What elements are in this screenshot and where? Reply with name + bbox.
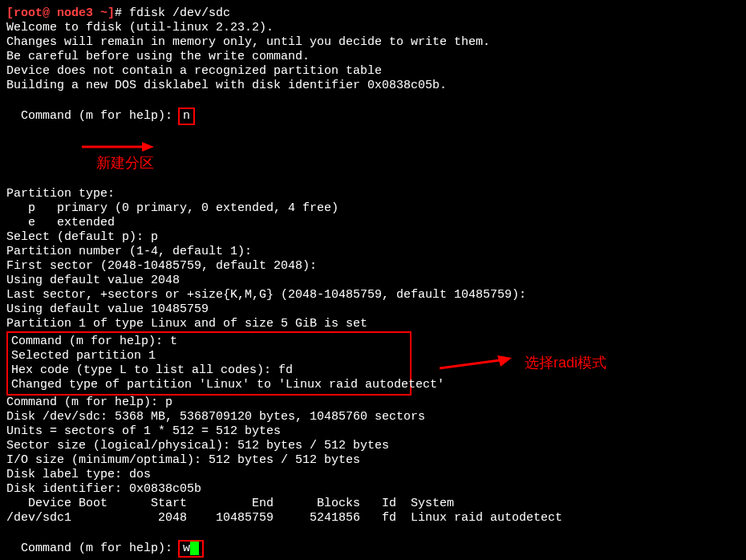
type-change-box: Command (m for help): t Selected partiti… [6, 331, 412, 396]
prompt-hash: # [115, 6, 129, 20]
welcome-line: Welcome to fdisk (util-linux 2.23.2). [6, 21, 740, 35]
cmd-prompt: Command (m for help): [21, 542, 180, 555]
anno-raid-block: 选择radi模式 [440, 354, 606, 373]
svg-marker-1 [142, 142, 154, 152]
svg-line-2 [440, 360, 500, 368]
input-w: w [183, 542, 190, 555]
select-default-line: Select (default p): p [6, 230, 740, 245]
prompt-tilde: ~ [93, 6, 107, 20]
default2048-line: Using default value 2048 [6, 274, 740, 288]
hexcode-line: Hex code (type L to list all codes): fd [11, 363, 407, 378]
iosize-line: I/O size (minimum/optimal): 512 bytes / … [6, 453, 740, 468]
primary-line: p primary (0 primary, 0 extended, 4 free… [6, 201, 740, 216]
input-w-box[interactable]: w [178, 540, 204, 558]
arrow-icon [82, 140, 154, 154]
anno-raid-label: 选择radi模式 [525, 355, 606, 372]
firstsector-line: First sector (2048-10485759, default 204… [6, 259, 740, 274]
table-row: /dev/sdc1 2048 10485759 5241856 fd Linux… [6, 511, 740, 526]
memory-warning: Changes will remain in memory only, unti… [6, 35, 740, 50]
prompt-close: ] [107, 6, 115, 20]
table-header: Device Boot Start End Blocks Id System [6, 497, 740, 511]
prompt-userhost: root@ node3 [14, 6, 93, 20]
anno-new-partition: 新建分区 [53, 125, 154, 187]
svg-marker-3 [497, 355, 512, 367]
set5g-line: Partition 1 of type Linux and of size 5 … [6, 317, 740, 331]
diskid-line: Disk identifier: 0x0838c05b [6, 482, 740, 497]
nodevice-line: Device does not contain a recognized par… [6, 64, 740, 79]
cmd-p-line: Command (m for help): p [6, 396, 740, 410]
extended-line: e extended [6, 216, 740, 230]
cursor-icon [190, 542, 199, 555]
cmd-w-row: Command (m for help): w 保存 [6, 526, 740, 560]
ssize-line: Sector size (logical/physical): 512 byte… [6, 439, 740, 453]
lastsector-line: Last sector, +sectors or +size{K,M,G} (2… [6, 288, 740, 302]
units-line: Units = sectors of 1 * 512 = 512 bytes [6, 424, 740, 439]
building-line: Building a new DOS disklabel with disk i… [6, 79, 740, 93]
cmd-t-line: Command (m for help): t [11, 335, 407, 349]
partnum-line: Partition number (1-4, default 1): [6, 245, 740, 259]
labeltype-line: Disk label type: dos [6, 468, 740, 482]
selected1-line: Selected partition 1 [11, 349, 407, 363]
command-text: fdisk /dev/sdc [129, 6, 230, 20]
input-n: n [183, 109, 190, 123]
anno-new-label: 新建分区 [96, 155, 154, 171]
input-n-box[interactable]: n [178, 108, 195, 125]
cmd-prompt: Command (m for help): [21, 109, 180, 123]
ptype-line: Partition type: [6, 187, 740, 201]
changed-line: Changed type of partition 'Linux' to 'Li… [11, 378, 407, 392]
arrow-icon [440, 354, 512, 373]
careful-warning: Be careful before using the write comman… [6, 50, 740, 64]
prompt-open: [ [6, 6, 14, 20]
cmd-n-row: Command (m for help): n 新建分区 [6, 93, 740, 187]
defaultlast-line: Using default value 10485759 [6, 302, 740, 317]
type-change-block: Command (m for help): t Selected partiti… [6, 331, 740, 396]
disk-info-line: Disk /dev/sdc: 5368 MB, 5368709120 bytes… [6, 410, 740, 424]
shell-prompt-line: [root@ node3 ~]# fdisk /dev/sdc [6, 6, 740, 21]
